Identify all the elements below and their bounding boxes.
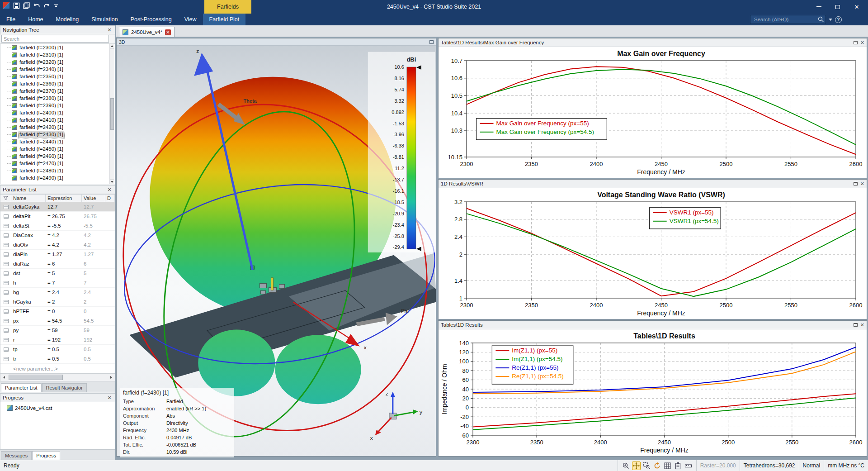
parameter-row[interactable]: px = 54.5 54.5 <box>0 316 115 326</box>
update-results-icon[interactable] <box>653 461 661 470</box>
parameter-row[interactable]: deltaPit = 26.75 26.75 <box>0 212 115 221</box>
progress-panel-close-icon[interactable]: ✕ <box>106 395 113 401</box>
tree-item-farfield[interactable]: farfield (f=2320) [1] <box>0 58 115 66</box>
navigation-tree-close-icon[interactable]: ✕ <box>106 27 113 33</box>
qat-dropdown-icon[interactable] <box>54 4 58 7</box>
parameter-row[interactable]: h = 7 7 <box>0 278 115 288</box>
tree-item-farfield[interactable]: farfield (f=2410) [1] <box>0 116 115 124</box>
tree-item-farfield[interactable]: farfield (f=2470) [1] <box>0 160 115 167</box>
project-file-item[interactable]: 2450Uve_v4.cst <box>0 402 115 411</box>
ribbon-tab[interactable]: File <box>0 14 22 25</box>
tree-item-farfield[interactable]: farfield (f=2360) [1] <box>0 80 115 87</box>
tree-item-farfield[interactable]: farfield (f=2300) [1] <box>0 44 115 51</box>
parameter-row[interactable]: deltaSt = -5.5 -5.5 <box>0 221 115 231</box>
panel-header[interactable]: Tables\1D Results\Max Gain over Frequenc… <box>439 38 867 47</box>
save-icon[interactable] <box>13 2 20 9</box>
column-value[interactable]: Value <box>82 195 105 202</box>
impedance-chart[interactable]: 2300235024002450250025502600-60-40-20020… <box>439 329 867 456</box>
pan-icon[interactable] <box>632 461 641 470</box>
panel-close-icon[interactable]: ✕ <box>860 40 864 45</box>
undo-icon[interactable] <box>33 2 40 9</box>
panel-header[interactable]: 1D Results\VSWR ✕ <box>439 180 867 188</box>
parameter-row[interactable]: tr = 0.5 0.5 <box>0 354 115 364</box>
tree-item-farfield[interactable]: farfield (f=2480) [1] <box>0 167 115 174</box>
vswr-chart[interactable]: 230023502400245025002550260011.422.42.83… <box>439 188 867 319</box>
tree-item-farfield[interactable]: farfield (f=2380) [1] <box>0 95 115 102</box>
parameter-row[interactable]: hg = 2.4 2.4 <box>0 288 115 297</box>
panel-maximize-icon[interactable] <box>854 182 858 186</box>
parameter-list-close-icon[interactable]: ✕ <box>106 187 113 193</box>
ruler-icon[interactable] <box>684 461 693 470</box>
tree-item-farfield[interactable]: farfield (f=2390) [1] <box>0 102 115 109</box>
ribbon-tab[interactable]: Simulation <box>85 14 124 25</box>
panel-close-icon[interactable]: ✕ <box>860 323 864 328</box>
parameter-row[interactable]: hPTFE = 0 0 <box>0 307 115 316</box>
tree-item-farfield[interactable]: farfield (f=2400) [1] <box>0 109 115 116</box>
tree-item-farfield[interactable]: farfield (f=2430) [1] <box>0 131 115 138</box>
panel-tab[interactable]: Progress <box>32 451 60 460</box>
max-gain-chart[interactable]: 230023502400245025002550260010.1510.310.… <box>439 47 867 178</box>
scroll-right-icon[interactable] <box>108 374 115 381</box>
panel-close-icon[interactable]: ✕ <box>860 181 864 186</box>
parameter-hscrollbar-thumb[interactable] <box>9 375 63 380</box>
parameter-row[interactable]: tp = 0.5 0.5 <box>0 345 115 354</box>
parameter-row[interactable]: hGayka = 2 2 <box>0 297 115 307</box>
parameter-row[interactable]: r = 192 192 <box>0 335 115 345</box>
zoom-in-icon[interactable] <box>622 461 630 470</box>
search-dropdown-icon[interactable] <box>829 19 832 21</box>
clipboard-icon[interactable] <box>674 461 682 470</box>
tree-item-farfield[interactable]: farfield (f=2420) [1] <box>0 124 115 131</box>
tree-item-farfield[interactable]: farfield (f=2340) [1] <box>0 66 115 73</box>
tree-scrollbar-thumb[interactable] <box>110 98 114 130</box>
tree-item-farfield[interactable]: farfield (f=2450) [1] <box>0 145 115 152</box>
tree-item-farfield[interactable]: farfield (f=2490) [1] <box>0 174 115 181</box>
parameter-row[interactable]: diaRaz = 6 6 <box>0 259 115 269</box>
ribbon-tab[interactable]: Modeling <box>50 14 85 25</box>
context-tab-farfields[interactable]: Farfields <box>204 0 251 14</box>
tree-item-farfield[interactable]: farfield (f=2350) [1] <box>0 73 115 80</box>
ribbon-tab[interactable]: Farfield Plot <box>203 14 246 25</box>
tree-search-input[interactable] <box>1 35 109 43</box>
tree-scrollbar[interactable] <box>109 44 114 184</box>
redo-icon[interactable] <box>43 2 51 9</box>
tree-item-farfield[interactable]: farfield (f=2460) [1] <box>0 152 115 160</box>
app-logo-icon[interactable] <box>3 2 10 9</box>
panel-maximize-icon[interactable] <box>854 41 858 44</box>
scroll-left-icon[interactable] <box>0 374 8 381</box>
parameter-row[interactable]: deltaGayka 12.7 12.7 <box>0 202 115 212</box>
tree-item-farfield[interactable]: farfield (f=2310) [1] <box>0 51 115 58</box>
column-description[interactable]: D <box>105 195 115 202</box>
tree-item-farfield[interactable]: farfield (f=2370) [1] <box>0 87 115 95</box>
new-parameter-row[interactable]: <new parameter...> <box>0 364 115 373</box>
save-all-icon[interactable] <box>23 2 30 9</box>
zoom-window-icon[interactable] <box>642 461 651 470</box>
column-expression[interactable]: Expression <box>46 195 82 202</box>
help-icon[interactable]: ? <box>835 16 842 23</box>
ribbon-tab[interactable]: Home <box>22 14 49 25</box>
minimize-button[interactable] <box>809 0 828 14</box>
viewport-maximize-icon[interactable] <box>429 40 434 44</box>
3d-viewport[interactable]: 3D <box>116 38 436 457</box>
status-units[interactable]: mm MHz ns °C <box>828 462 864 469</box>
parameter-row[interactable]: diaPin = 1.27 1.27 <box>0 250 115 259</box>
parameter-row[interactable]: py = 59 59 <box>0 326 115 335</box>
parameter-hscrollbar[interactable] <box>0 373 115 381</box>
parameter-row[interactable]: dst = 5 5 <box>0 269 115 278</box>
search-input[interactable] <box>750 15 826 24</box>
column-name[interactable]: Name <box>11 195 46 202</box>
maximize-button[interactable] <box>828 0 847 14</box>
parameter-row[interactable]: DiaCoax = 4.2 4.2 <box>0 231 115 240</box>
document-close-icon[interactable]: ✕ <box>165 29 171 35</box>
panel-maximize-icon[interactable] <box>854 323 858 327</box>
scroll-down-icon[interactable] <box>110 179 114 184</box>
mesh-view-icon[interactable] <box>663 461 672 470</box>
parameter-row[interactable]: diaOtv = 4.2 4.2 <box>0 240 115 250</box>
ribbon-tab[interactable]: Post-Processing <box>124 14 178 25</box>
status-mesh-mode[interactable]: Normal <box>803 462 821 469</box>
panel-tab[interactable]: Parameter List <box>1 383 42 392</box>
tree-item-farfield[interactable]: farfield (f=2440) [1] <box>0 138 115 145</box>
close-button[interactable]: ✕ <box>847 0 866 14</box>
panel-tab[interactable]: Result Navigator <box>42 383 87 392</box>
scroll-up-icon[interactable] <box>110 44 114 49</box>
filter-icon[interactable] <box>0 195 11 202</box>
